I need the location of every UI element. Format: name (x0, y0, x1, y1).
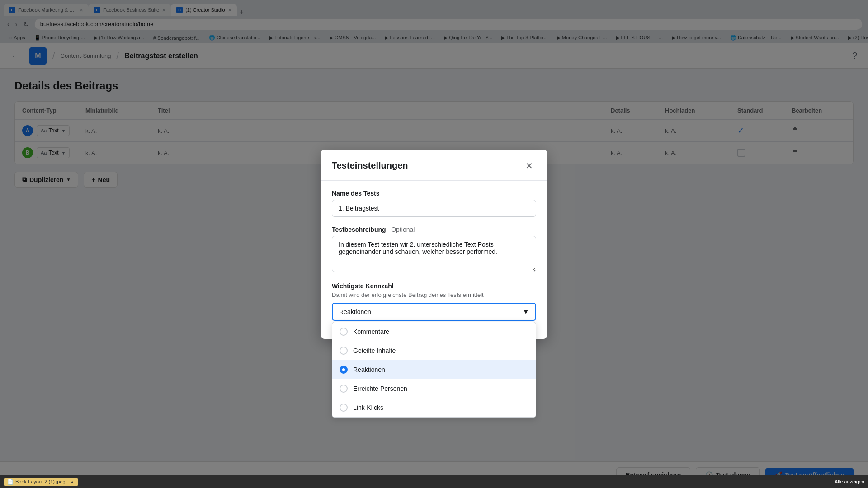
name-form-group: Name des Tests (332, 190, 536, 206)
modal-overlay[interactable]: Testeinstellungen ✕ Name des Tests Testb… (0, 0, 868, 206)
modal-body: Name des Tests Testbeschreibung · Option… (321, 181, 547, 206)
modal-close-button[interactable]: ✕ (522, 159, 536, 173)
modal-header: Testeinstellungen ✕ (321, 150, 547, 181)
modal: Testeinstellungen ✕ Name des Tests Testb… (321, 150, 547, 206)
name-input[interactable] (332, 200, 536, 206)
name-label: Name des Tests (332, 190, 536, 197)
modal-title: Testeinstellungen (332, 160, 408, 171)
